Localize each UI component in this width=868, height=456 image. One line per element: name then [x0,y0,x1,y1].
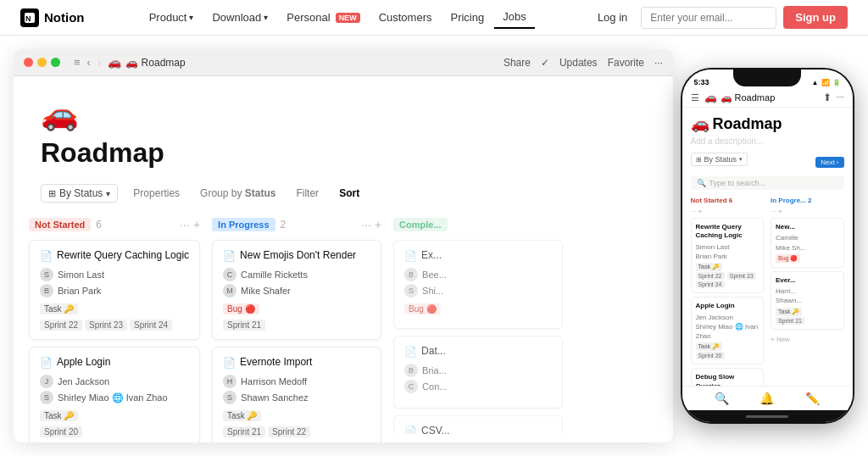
back-icon[interactable]: ‹ [87,56,91,69]
main-content: ≡ ‹ › 🚗 🚗 Roadmap Share ✓ Updates Favori… [0,36,868,456]
assignee-jen: J Jen Jackson [40,375,189,388]
assignee-b: BBee... [404,268,552,281]
assignee-camille: C Camille Ricketts [223,268,370,281]
card-rewrite-query[interactable]: 📄 Rewrite Query Caching Logic S Simon La… [29,240,200,340]
col-add-icon[interactable]: + [193,218,200,231]
phone-search-bottom-icon[interactable]: 🔍 [715,392,729,405]
card-dat[interactable]: 📄Dat... BBria... CCon... [393,336,563,409]
browser-window: ≡ ‹ › 🚗 🚗 Roadmap Share ✓ Updates Favori… [14,49,673,442]
col-add-icon[interactable]: + [375,218,381,231]
avatar-jen: J [40,375,53,388]
maximize-dot[interactable] [51,58,60,67]
notion-logo-svg: N [24,12,36,24]
check-icon: ✓ [541,57,549,69]
chevron-down-icon: ▾ [106,189,110,198]
sort-button[interactable]: Sort [334,185,364,202]
wifi-icon: ▲ [812,79,819,86]
nav-item-download[interactable]: Download ▾ [203,7,276,28]
phone-nav-bar: ☰ 🚗 🚗 Roadmap ⬆ ··· [682,88,853,108]
updates-button[interactable]: Updates [559,57,598,69]
phone-menu-icon[interactable]: ☰ [691,92,699,103]
login-button[interactable]: Log in [591,7,634,28]
card-title: 📄 Apple Login [40,356,189,369]
phone-next-button[interactable]: Next › [815,157,843,168]
email-input[interactable] [641,7,776,29]
phone-more-icon[interactable]: ··· [836,92,843,103]
phone-description[interactable]: Add a description... [691,136,844,146]
card-apple-login[interactable]: 📄 Apple Login J Jen Jackson S Shirley Mi… [29,347,200,442]
phone-col-header-in-progress: In Progre... 2 [771,197,844,204]
phone-share-icon[interactable]: ⬆ [823,92,832,103]
card-emojis[interactable]: 📄 New Emojis Don't Render C Camille Rick… [212,240,381,340]
phone-new-button-2[interactable]: + New [771,333,844,346]
view-by-status-button[interactable]: ⊞ By Status ▾ [41,184,118,203]
share-button[interactable]: Share [504,57,531,69]
tag-task: Task 🔑 [223,410,261,421]
phone-view-button[interactable]: ⊞ By Status ▾ [691,153,748,166]
assignee-c: CCon... [404,380,552,393]
page-title-area: 🚗 Roadmap [14,76,673,179]
more-options-icon[interactable]: ··· [654,57,663,69]
nav-item-jobs[interactable]: Jobs [494,6,534,29]
phone-page-title: 🚗 Roadmap [691,114,844,133]
phone-search[interactable]: 🔍 Type to search... [691,176,844,190]
phone-bell-icon[interactable]: 🔔 [760,392,774,405]
phone-card-3[interactable]: Debug Slow Queries Shirley Miao [691,368,765,386]
nav-logo[interactable]: N Notion [20,8,84,27]
col-tag-not-started: Not Started [29,218,91,231]
assignee-mike: M Mike Shafer [223,284,370,298]
minimize-dot[interactable] [37,58,47,67]
assignee-name: Shawn Sanchez [241,392,309,403]
avatar: S [404,284,418,298]
properties-button[interactable]: Properties [128,185,185,202]
group-by-button[interactable]: Group by Status [195,185,281,202]
tag-bug: Bug 🔴 [404,303,441,314]
card-evernote[interactable]: 📄 Evernote Import H Harrison Medoff S Sh… [212,347,381,442]
phone-compose-icon[interactable]: ✏️ [805,392,820,405]
page-controls: ⊞ By Status ▾ Properties Group by Status… [14,179,673,208]
card-csv[interactable]: 📄CSV... BBria... BBria... [393,415,563,434]
col-more-icon[interactable]: ··· [180,218,190,231]
card-tags: Bug 🔴 [223,303,370,314]
card-assignees: BBee... SShi... [404,268,552,298]
nav-item-customers[interactable]: Customers [370,7,441,28]
browser-toolbar-right: Share ✓ Updates Favorite ··· [504,57,663,69]
assignee-brian: B Brian Park [40,284,189,298]
forward-icon[interactable]: › [97,56,101,69]
phone-col-add-not-started[interactable]: ··· + [691,208,703,215]
card-title: 📄 Evernote Import [223,356,370,369]
avatar-simon: S [40,268,53,281]
nav-item-pricing[interactable]: Pricing [442,7,492,28]
signup-button[interactable]: Sign up [783,6,848,29]
phone-card-5[interactable]: Ever... Harri...Shawn... Task 🔑 Sprint 2… [771,271,844,330]
card-sprints: Sprint 20 [40,426,189,437]
card-ex[interactable]: 📄Ex... BBee... SShi... Bug 🔴 [393,240,563,329]
nav-center: Product ▾ Download ▾ Personal NEW Custom… [141,6,535,29]
sprint-tag: Sprint 23 [85,320,127,331]
nav-item-personal[interactable]: Personal NEW [278,7,368,28]
filter-button[interactable]: Filter [291,185,324,202]
col-count-in-progress: 2 [281,219,287,231]
hamburger-icon[interactable]: ≡ [74,56,81,69]
phone-tag-task-3: Task 🔑 [776,308,802,316]
favorite-button[interactable]: Favorite [608,57,644,69]
nav-item-product[interactable]: Product ▾ [141,7,203,28]
phone-col-add-in-progress[interactable]: ··· + [771,208,782,215]
assignee-name: Jen Jackson [58,376,109,386]
col-tag-complete: Comple... [393,218,448,231]
phone-card-2[interactable]: Apple Login Jen JacksonShirley Miao 🌐 Iv… [691,297,765,364]
close-dot[interactable] [24,58,33,67]
phone-col-header-not-started: Not Started 6 [691,197,765,204]
phone-time: 5:33 [694,78,709,86]
doc-icon: 📄 [404,346,417,358]
avatar-harrison: H [223,375,236,388]
chevron-down-icon: ▾ [264,13,268,22]
phone-card-4[interactable]: New... CamilleMike Sh... Bug 🔴 [771,218,844,268]
sprint-tag: Sprint 20 [40,426,82,437]
assignee-b2: BBria... [404,364,552,377]
notion-logo-icon: N [20,8,39,27]
card-sprints: Sprint 21 Sprint 22 [223,426,370,437]
phone-card-1[interactable]: Rewrite Query Caching Logic Simon LastBr… [691,218,765,293]
navbar: N Notion Product ▾ Download ▾ Personal N… [0,0,868,36]
col-more-icon[interactable]: ··· [361,218,371,231]
